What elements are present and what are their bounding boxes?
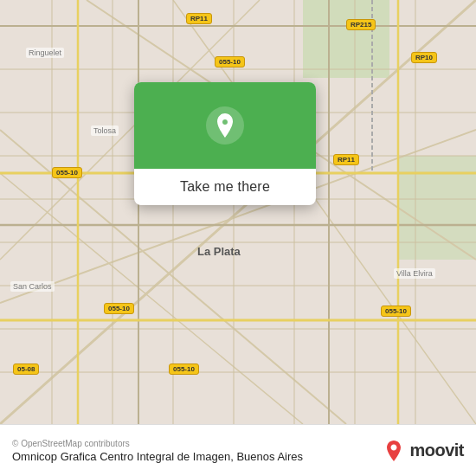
popup-header [134, 82, 316, 169]
badge-rp11-mid: RP11 [333, 154, 359, 165]
label-tolosa: Tolosa [91, 125, 119, 136]
footer-bar: © OpenStreetMap contributors Omnicop Gra… [0, 424, 476, 476]
badge-rp11-top: RP11 [186, 13, 212, 24]
location-title: Omnicop Grafica Centro Integral de Image… [12, 450, 303, 463]
location-pin-icon [206, 106, 244, 145]
moovit-logo: moovit [382, 439, 464, 463]
badge-055-10-br: 055-10 [381, 306, 411, 317]
map-attribution: © OpenStreetMap contributors [12, 439, 303, 448]
location-popup: Take me there [134, 82, 316, 205]
svg-rect-1 [303, 0, 389, 78]
badge-rp10: RP10 [411, 52, 437, 63]
svg-rect-2 [398, 156, 476, 260]
label-san-carlos: San Carlos [10, 281, 55, 292]
badge-05-08: 05-08 [13, 363, 39, 375]
moovit-pin-icon [382, 439, 406, 463]
badge-055-10-bl: 055-10 [104, 303, 134, 314]
footer-info: © OpenStreetMap contributors Omnicop Gra… [12, 439, 303, 463]
popup-button-area[interactable]: Take me there [134, 169, 316, 205]
badge-rp215: RP215 [346, 19, 376, 30]
badge-055-10-bottom: 055-10 [169, 363, 199, 375]
take-me-there-button[interactable]: Take me there [180, 179, 270, 195]
label-laplata: La Plata [195, 244, 243, 259]
map-container[interactable]: Ringuelet Tolosa La Plata Villa Elvira S… [0, 0, 476, 424]
label-villa-elvira: Villa Elvira [394, 268, 435, 279]
moovit-text: moovit [409, 441, 464, 460]
badge-055-10-left: 055-10 [52, 167, 82, 178]
badge-055-10-top: 055-10 [215, 56, 245, 68]
label-ringuelet: Ringuelet [26, 48, 64, 58]
